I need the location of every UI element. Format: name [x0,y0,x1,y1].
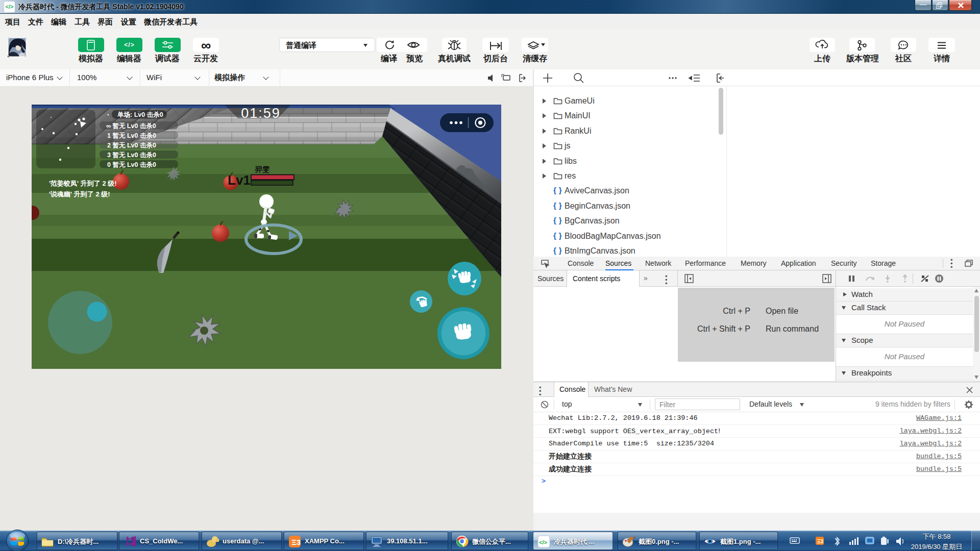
svg-text:0 暂无 Lv0 击杀0: 0 暂无 Lv0 击杀0 [107,161,156,168]
svg-text:2 暂无 Lv0 击杀0: 2 暂无 Lv0 击杀0 [107,142,156,149]
svg-text:∞ 暂无 Lv0 击杀0: ∞ 暂无 Lv0 击杀0 [106,122,156,130]
svg-text:单场: Lv0 击杀0: 单场: Lv0 击杀0 [117,111,163,118]
svg-text:01:59: 01:59 [241,106,281,121]
svg-text:Ξ3: Ξ3 [291,538,301,546]
svg-text:∞: ∞ [201,38,211,52]
svg-text:1 暂无 Lv0 击杀0: 1 暂无 Lv0 击杀0 [107,132,156,139]
svg-text:Lv1: Lv1 [228,172,251,188]
svg-text:羿雯: 羿雯 [255,165,270,173]
svg-text:3 暂无 Lv0 击杀0: 3 暂无 Lv0 击杀0 [107,152,156,159]
svg-text:Ξ3: Ξ3 [817,539,823,544]
svg-text:</>: </> [539,539,547,545]
svg-text:'说魂幽' 升到了 2 级!: '说魂幽' 升到了 2 级! [49,190,110,198]
svg-text:'范姜蛟凤' 升到了 2 级!: '范姜蛟凤' 升到了 2 级! [49,180,117,187]
